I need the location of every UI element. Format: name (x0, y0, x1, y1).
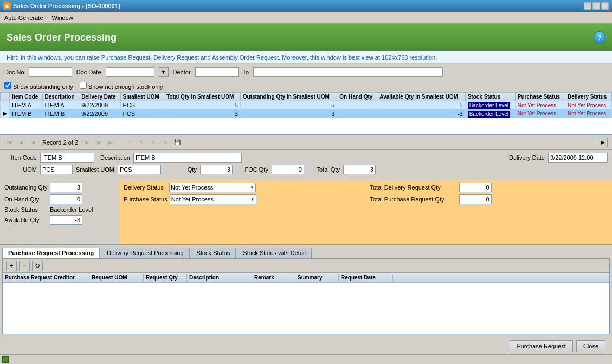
close-button[interactable]: Close (576, 340, 605, 352)
itemcode-input[interactable] (40, 153, 94, 162)
cell-available-qty: -5 (377, 101, 465, 109)
qty-label: Qty (164, 166, 197, 173)
inner-col-qty: Request Qty (144, 274, 187, 281)
help-button[interactable]: ? (594, 31, 605, 43)
delivery-status-label: Delivery Status (124, 184, 167, 191)
row-selector: ▶ (1, 109, 10, 118)
description-label: Description (98, 154, 130, 161)
stock-status-value: Backorder Level (50, 206, 93, 213)
outstanding-qty-label: Outstanding Qty (4, 184, 48, 191)
on-hand-qty-field (50, 194, 82, 204)
debtor-input[interactable] (195, 67, 239, 77)
to-input[interactable] (253, 67, 443, 77)
next-record-button[interactable]: ▶ (94, 138, 104, 147)
cell-delivery-date: 9/22/2009 (79, 101, 120, 109)
save-button[interactable]: 💾 (172, 138, 182, 147)
col-total-qty: Total Qty in Smallest UOM (164, 93, 241, 101)
form-row: Doc No Doc Date ▼ Debtor To (0, 64, 612, 80)
cell-smallest-uom: PCS (120, 101, 164, 109)
last-record-button[interactable]: ▶| (106, 138, 116, 147)
tab-stock-status[interactable]: Stock Status (191, 248, 236, 258)
foc-qty-input[interactable] (272, 165, 304, 174)
window-controls[interactable]: _ □ ✕ (584, 2, 609, 10)
total-qty-input[interactable] (343, 165, 376, 174)
smallest-uom-input[interactable] (118, 165, 161, 174)
add-row-button[interactable]: + (6, 261, 17, 271)
cell-stock-status: Backorder Level (465, 109, 515, 118)
inner-col-remark: Remark (252, 274, 295, 281)
next-button[interactable]: ▶ (82, 138, 92, 147)
minimize-button[interactable]: _ (584, 2, 591, 10)
doc-date-input[interactable] (106, 67, 154, 77)
col-on-hand-qty: On Hand Qty (337, 93, 377, 101)
doc-no-input[interactable] (29, 67, 72, 77)
tab-stock-status-detail[interactable]: Stock Status with Detail (237, 248, 312, 258)
cell-description: ITEM A (42, 101, 79, 109)
status-fields: Outstanding Qty On Hand Qty Stock Status… (0, 180, 612, 245)
purchase-request-button[interactable]: Purchase Request (510, 340, 573, 352)
delivery-status-dropdown[interactable]: Not Yet Process ▼ (169, 183, 256, 192)
cell-available-qty: -3 (377, 109, 465, 118)
close-button[interactable]: ✕ (601, 2, 609, 10)
inner-table-content (3, 283, 609, 326)
left-status-panel: Outstanding Qty On Hand Qty Stock Status… (0, 180, 119, 244)
cell-item-code: ITEM A (10, 101, 43, 109)
menu-window[interactable]: Window (52, 15, 73, 21)
inner-col-uom: Request UOM (89, 274, 144, 281)
status-indicator (2, 356, 9, 363)
col-purchase-status: Purchase Status (515, 93, 565, 101)
window-title: Sales Order Processing - [SO-000001] (13, 3, 120, 9)
detail-section: ItemCode Description Delivery Date UOM S… (0, 150, 612, 180)
total-purchase-field (459, 194, 492, 204)
scroll-right-button[interactable]: ▶ (598, 138, 608, 147)
maximize-button[interactable]: □ (592, 2, 600, 10)
show-outstanding-checkbox[interactable]: Show outstanding only (4, 82, 73, 90)
right-status-panel: Total Delivery Request Qty Total Purchas… (366, 180, 613, 244)
on-hand-qty-label: On Hand Qty (4, 196, 48, 203)
purchase-status-dropdown[interactable]: Not Yet Process ▼ (170, 194, 256, 204)
refresh-button[interactable]: ↻ (160, 138, 170, 147)
refresh-row-button[interactable]: ↻ (32, 261, 43, 271)
prev-button[interactable]: ◀ (28, 138, 38, 147)
add-button[interactable]: + (125, 138, 134, 147)
inner-col-creditor: Purchase Request Creditor (3, 274, 89, 281)
table-row[interactable]: ▶ ITEM B ITEM B 9/22/2009 PCS 3 3 -3 Bac… (1, 109, 612, 118)
record-label: Record 2 of 2 (42, 139, 78, 146)
row-selector (1, 101, 10, 109)
show-not-enough-checkbox[interactable]: Show not enough stock only (80, 82, 163, 90)
total-qty-label: Total Qty (307, 166, 340, 173)
qty-input[interactable] (200, 165, 233, 174)
tab-purchase-request[interactable]: Purchase Request Processing (2, 248, 100, 258)
delivery-date-input[interactable] (548, 153, 608, 162)
menu-autogenerate[interactable]: Auto Generate (4, 15, 43, 21)
first-record-button[interactable]: |◀ (4, 138, 14, 147)
inner-toolbar: + − ↻ (3, 259, 609, 273)
delete-button[interactable]: ✕ (149, 138, 158, 147)
cell-delivery-date: 9/22/2009 (79, 109, 120, 118)
available-qty-label: Available Qty (4, 217, 48, 223)
menu-bar: Auto Generate Window (0, 12, 612, 24)
remove-row-button[interactable]: − (19, 261, 30, 271)
cell-purchase-status: Not Yet Process (515, 109, 565, 118)
cell-delivery-status: Not Yet Process (565, 109, 612, 118)
tab-delivery-request[interactable]: Delivery Request Processing (101, 248, 189, 258)
title-bar: 📋 Sales Order Processing - [SO-000001] _… (0, 0, 612, 12)
prev-record-button[interactable]: ◀ (16, 138, 26, 147)
total-delivery-field (459, 183, 492, 192)
col-selector (1, 93, 10, 101)
table-row[interactable]: ITEM A ITEM A 9/22/2009 PCS 5 5 -5 Backo… (1, 101, 612, 109)
uom-label: UOM (4, 166, 37, 173)
smallest-uom-label: Smallest UOM (76, 166, 114, 173)
uom-input[interactable] (40, 165, 73, 174)
header-section: Sales Order Processing ? (0, 24, 612, 51)
inner-table-header: Purchase Request Creditor Request UOM Re… (3, 273, 609, 283)
description-input[interactable] (133, 153, 242, 162)
date-picker-button[interactable]: ▼ (159, 67, 169, 77)
cell-description: ITEM B (42, 109, 79, 118)
cell-delivery-status: Not Yet Process (565, 101, 612, 109)
cell-total-qty: 5 (164, 101, 241, 109)
tab-bar: Purchase Request Processing Delivery Req… (0, 245, 612, 258)
edit-button[interactable]: ✎ (137, 138, 146, 147)
col-description: Description (42, 93, 79, 101)
tab-content: + − ↻ Purchase Request Creditor Request … (2, 258, 610, 334)
